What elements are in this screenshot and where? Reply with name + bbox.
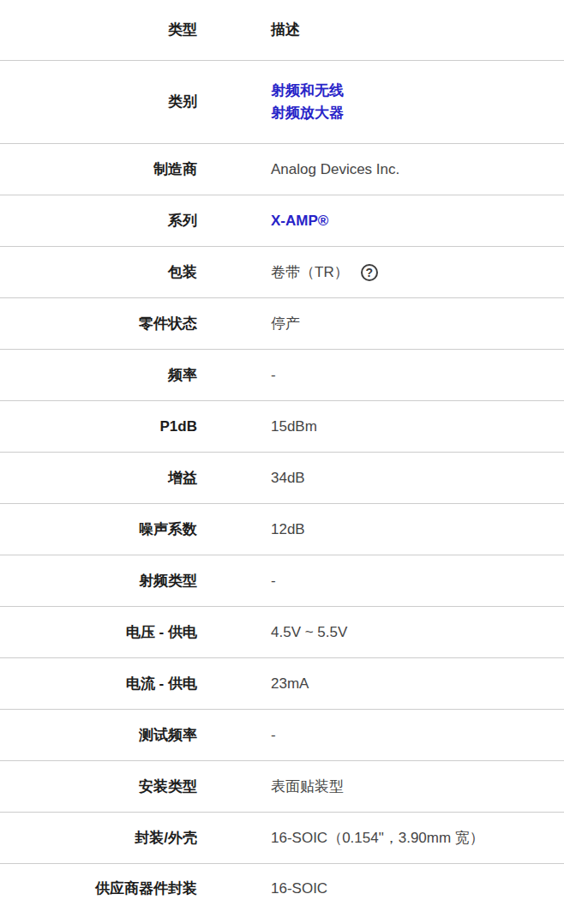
attribute-value-stack: 射频和无线射频放大器 [271, 80, 344, 124]
attribute-row: 电压 - 供电4.5V ~ 5.5V [0, 607, 564, 658]
attribute-label: 射频类型 [0, 571, 197, 591]
attribute-value-text: 表面贴装型 [271, 777, 344, 797]
attribute-value-cell: - [271, 571, 276, 591]
attribute-value-cell: 23mA [271, 674, 309, 694]
attribute-value-stack: 23mA [271, 674, 309, 694]
attribute-value-stack: 表面贴装型 [271, 777, 344, 797]
attribute-value-cell: 16-SOIC（0.154"，3.90mm 宽） [271, 828, 484, 849]
attribute-value-cell: - [271, 365, 276, 386]
attribute-value-cell: 射频和无线射频放大器 [271, 80, 344, 124]
attribute-value-link[interactable]: 射频和无线 [271, 80, 344, 102]
attribute-label: 制造商 [0, 159, 197, 180]
attributes-header-row: 类型 描述 [0, 0, 564, 61]
attribute-label: 增益 [0, 468, 197, 489]
attribute-value-cell: 4.5V ~ 5.5V [271, 622, 347, 643]
attribute-label: 类别 [0, 92, 197, 112]
attribute-value-stack: 34dB [271, 468, 305, 489]
attribute-value-text: - [271, 725, 276, 746]
attribute-row: 供应商器件封装16-SOIC [0, 864, 564, 913]
attribute-value-text: Analog Devices Inc. [271, 159, 399, 180]
attribute-value-stack: - [271, 571, 276, 591]
attribute-label: 安装类型 [0, 777, 197, 797]
attribute-row: P1dB15dBm [0, 401, 564, 453]
attribute-label: 电压 - 供电 [0, 622, 197, 643]
attribute-value-stack: Analog Devices Inc. [271, 159, 399, 180]
attribute-value-cell: 停产 [271, 314, 300, 334]
attribute-value-cell: - [271, 725, 276, 746]
attribute-row: 频率- [0, 350, 564, 401]
attribute-value-stack: X-AMP® [271, 210, 328, 232]
attribute-row: 电流 - 供电23mA [0, 658, 564, 710]
attribute-value-stack: 卷带（TR） [271, 262, 349, 283]
attribute-row: 增益34dB [0, 453, 564, 504]
attribute-value-text: - [271, 365, 276, 386]
attribute-value-link[interactable]: 射频放大器 [271, 102, 344, 124]
attribute-value-text: 12dB [271, 519, 305, 540]
attribute-value-text: 23mA [271, 674, 309, 694]
attribute-label: 零件状态 [0, 314, 197, 334]
attribute-value-link[interactable]: X-AMP® [271, 210, 328, 232]
attribute-row: 包装卷带（TR）? [0, 247, 564, 298]
attribute-value-stack: - [271, 725, 276, 746]
attribute-label: 封装/外壳 [0, 828, 197, 849]
question-mark-circle-icon[interactable]: ? [361, 264, 378, 281]
attribute-label: 测试频率 [0, 725, 197, 746]
attribute-row: 测试频率- [0, 710, 564, 761]
attribute-value-stack: 16-SOIC [271, 879, 327, 899]
attribute-value-text: 4.5V ~ 5.5V [271, 622, 347, 643]
attribute-value-stack: 4.5V ~ 5.5V [271, 622, 347, 643]
attribute-label: 供应商器件封装 [0, 879, 197, 899]
attribute-value-stack: 16-SOIC（0.154"，3.90mm 宽） [271, 828, 484, 849]
attribute-row: 安装类型表面贴装型 [0, 761, 564, 813]
attribute-value-text: 停产 [271, 314, 300, 334]
attribute-rows-container: 类别射频和无线射频放大器制造商Analog Devices Inc.系列X-AM… [0, 61, 564, 913]
attribute-value-text: - [271, 571, 276, 591]
attribute-value-cell: Analog Devices Inc. [271, 159, 399, 180]
attribute-value-cell: 34dB [271, 468, 305, 489]
attribute-label: 系列 [0, 211, 197, 231]
attribute-row: 制造商Analog Devices Inc. [0, 144, 564, 195]
attribute-label: 频率 [0, 365, 197, 386]
attribute-label: 噪声系数 [0, 519, 197, 540]
attribute-value-cell: 16-SOIC [271, 879, 327, 899]
attribute-row: 类别射频和无线射频放大器 [0, 61, 564, 144]
attribute-value-cell: 卷带（TR）? [271, 262, 378, 283]
attribute-value-cell: 15dBm [271, 417, 317, 437]
attribute-value-text: 卷带（TR） [271, 262, 349, 283]
attribute-value-text: 34dB [271, 468, 305, 489]
header-description-column: 描述 [271, 20, 300, 40]
attribute-label: P1dB [0, 417, 197, 437]
attribute-value-cell: 表面贴装型 [271, 777, 344, 797]
attribute-value-stack: 15dBm [271, 417, 317, 437]
attribute-value-cell: X-AMP® [271, 210, 328, 232]
header-type-column: 类型 [0, 20, 197, 40]
attribute-value-stack: 12dB [271, 519, 305, 540]
attribute-label: 包装 [0, 262, 197, 283]
attribute-value-text: 16-SOIC（0.154"，3.90mm 宽） [271, 828, 484, 849]
product-attributes-table: 类型 描述 类别射频和无线射频放大器制造商Analog Devices Inc.… [0, 0, 564, 913]
attribute-row: 射频类型- [0, 555, 564, 607]
attribute-value-stack: - [271, 365, 276, 386]
attribute-row: 封装/外壳16-SOIC（0.154"，3.90mm 宽） [0, 813, 564, 864]
attribute-row: 系列X-AMP® [0, 195, 564, 247]
attribute-row: 零件状态停产 [0, 298, 564, 350]
attribute-value-text: 15dBm [271, 417, 317, 437]
attribute-value-stack: 停产 [271, 314, 300, 334]
attribute-row: 噪声系数12dB [0, 504, 564, 555]
attribute-value-text: 16-SOIC [271, 879, 327, 899]
attribute-value-cell: 12dB [271, 519, 305, 540]
attribute-label: 电流 - 供电 [0, 674, 197, 694]
